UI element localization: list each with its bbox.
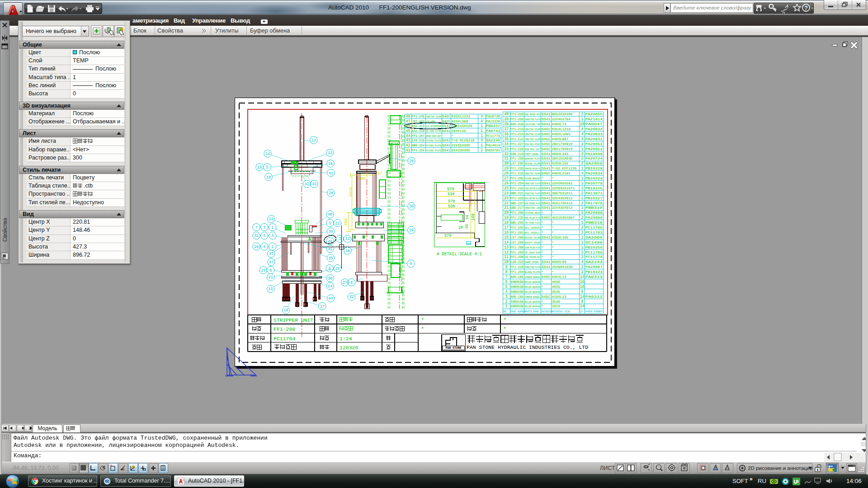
svg-text:PB10223: PB10223 bbox=[585, 270, 603, 274]
svg-text:22X505X581: 22X505X581 bbox=[552, 182, 573, 185]
svg-text:25: 25 bbox=[335, 267, 340, 271]
svg-text:ROLLER BEARING: ROLLER BEARING bbox=[525, 305, 541, 308]
svg-text:SNAP RING: SNAP RING bbox=[525, 261, 539, 264]
svg-text:PA9312: PA9312 bbox=[585, 295, 603, 299]
svg-text:14: 14 bbox=[580, 295, 585, 299]
svg-text:TOP COVER PLATE: TOP COVER PLATE bbox=[525, 222, 541, 225]
svg-text:SA2240: SA2240 bbox=[486, 139, 500, 142]
svg-text:*: * bbox=[542, 300, 544, 304]
svg-text:T=32 EFF1235: T=32 EFF1235 bbox=[552, 167, 576, 170]
svg-text:CONECTING LINE: CONECTING LINE bbox=[525, 207, 541, 210]
svg-text:PA9313: PA9313 bbox=[585, 275, 603, 279]
svg-text:40B0269: 40B0269 bbox=[510, 290, 524, 294]
svg-text:PC11768: PC11768 bbox=[585, 251, 603, 254]
svg-text:6: 6 bbox=[263, 245, 265, 249]
svg-text:37: 37 bbox=[269, 252, 274, 256]
svg-text:A00-218: A00-218 bbox=[510, 122, 524, 126]
svg-text:30: 30 bbox=[328, 277, 332, 281]
svg-text:44: 44 bbox=[406, 134, 410, 138]
svg-text:GS6-213: GS6-213 bbox=[510, 152, 524, 156]
svg-text:35: 35 bbox=[328, 256, 333, 261]
svg-text:FF1-200: FF1-200 bbox=[274, 326, 295, 332]
svg-text:PB10224: PB10224 bbox=[585, 177, 603, 180]
svg-text:2: 2 bbox=[581, 112, 583, 117]
svg-text:FF1-214: FF1-214 bbox=[510, 132, 524, 136]
svg-text:SC1489: SC1489 bbox=[585, 241, 603, 244]
svg-text:2: 2 bbox=[505, 300, 507, 304]
svg-text:CONECTING PLATE: CONECTING PLATE bbox=[525, 266, 541, 269]
svg-text:*: * bbox=[552, 231, 553, 235]
svg-text:1: 1 bbox=[581, 176, 583, 181]
svg-text:LU STOPPER: LU STOPPER bbox=[426, 125, 442, 128]
svg-text:ROLLER BEARING: ROLLER BEARING bbox=[525, 286, 541, 289]
svg-text:ROLLER BEARING: ROLLER BEARING bbox=[525, 301, 541, 304]
svg-text:30: 30 bbox=[504, 161, 509, 166]
svg-text:1: 1 bbox=[581, 117, 583, 122]
svg-text:8: 8 bbox=[581, 290, 583, 294]
svg-text:2: 2 bbox=[481, 148, 483, 153]
svg-text:#35XL1218: #35XL1218 bbox=[552, 127, 570, 131]
svg-text:12: 12 bbox=[504, 250, 509, 255]
svg-text:CONECTING COLUMN: CONECTING COLUMN bbox=[525, 173, 541, 175]
svg-text:FF1-204: FF1-204 bbox=[510, 270, 524, 274]
svg-text:28: 28 bbox=[504, 171, 509, 176]
svg-text:21: 21 bbox=[504, 206, 509, 210]
svg-text:2: 2 bbox=[581, 225, 583, 230]
svg-text:10: 10 bbox=[504, 260, 509, 264]
svg-text:21: 21 bbox=[269, 275, 273, 280]
svg-text:4: 4 bbox=[581, 137, 583, 141]
svg-text:PAN STONE HYDRAULIC INDUSTRIES: PAN STONE HYDRAULIC INDUSTRIES CO., LTD bbox=[467, 344, 588, 350]
svg-text:3535: 3535 bbox=[552, 290, 560, 294]
svg-text:A00-184: A00-184 bbox=[510, 295, 524, 299]
svg-text:2: 2 bbox=[581, 235, 583, 240]
svg-text:18: 18 bbox=[504, 221, 509, 225]
svg-text:22: 22 bbox=[504, 201, 509, 206]
svg-text:1: 1 bbox=[581, 255, 583, 259]
svg-text:SPARKING MOVING PL: SPARKING MOVING PL bbox=[525, 168, 541, 170]
svg-text:31: 31 bbox=[254, 234, 259, 238]
svg-text:PC11770: PC11770 bbox=[585, 255, 603, 259]
svg-text:42: 42 bbox=[305, 182, 309, 187]
svg-text:*: * bbox=[552, 270, 553, 274]
svg-text:PA0743: PA0743 bbox=[486, 129, 500, 133]
svg-text:PA20686: PA20686 bbox=[585, 211, 603, 215]
svg-text:15: 15 bbox=[504, 235, 509, 240]
svg-text:20: 20 bbox=[409, 159, 414, 164]
svg-text:BUSHING PLATE: BUSHING PLATE bbox=[525, 158, 541, 160]
svg-text:STRIPPER UNIT: STRIPPER UNIT bbox=[274, 317, 313, 323]
svg-text:CONECTING COLUMN: CONECTING COLUMN bbox=[525, 133, 541, 136]
svg-text:FF1-254: FF1-254 bbox=[510, 182, 524, 185]
svg-text:S45C: S45C bbox=[542, 142, 551, 146]
svg-text:9: 9 bbox=[505, 265, 507, 269]
svg-text:34: 34 bbox=[465, 215, 470, 220]
svg-text:SAFETY COVER: SAFETY COVER bbox=[525, 242, 541, 244]
svg-text:WALL COVER(R): WALL COVER(R) bbox=[525, 227, 541, 230]
svg-text:57: 57 bbox=[377, 171, 382, 176]
svg-text:16: 16 bbox=[504, 230, 509, 235]
svg-text:4: 4 bbox=[481, 114, 483, 119]
svg-text:COVER FIXING PLATE: COVER FIXING PLATE bbox=[525, 247, 541, 249]
svg-text:*: * bbox=[542, 270, 544, 274]
svg-text:FF1-245: FF1-245 bbox=[412, 115, 425, 118]
svg-text:31: 31 bbox=[504, 156, 509, 161]
svg-text:FF1-208: FF1-208 bbox=[510, 211, 524, 215]
svg-text:5: 5 bbox=[263, 234, 265, 238]
svg-text:*: * bbox=[542, 305, 544, 308]
svg-text:42: 42 bbox=[406, 143, 410, 148]
svg-text:SS41: SS41 bbox=[542, 122, 551, 126]
svg-text:PBB318: PBB318 bbox=[585, 221, 603, 225]
svg-text:PA13320: PA13320 bbox=[486, 120, 500, 123]
svg-text:25X33X305: 25X33X305 bbox=[452, 149, 470, 152]
svg-text:FF1-226: FF1-226 bbox=[510, 147, 524, 151]
svg-text:PARTS NAME: PARTS NAME bbox=[525, 310, 539, 313]
svg-text:PA14014: PA14014 bbox=[486, 144, 500, 147]
svg-text:35: 35 bbox=[504, 137, 509, 141]
svg-text:PA20697: PA20697 bbox=[585, 265, 603, 269]
svg-text:56: 56 bbox=[465, 224, 469, 229]
svg-text:PA20634: PA20634 bbox=[585, 172, 603, 175]
svg-text:S45C: S45C bbox=[542, 137, 551, 141]
svg-text:*: * bbox=[452, 134, 453, 138]
svg-text:SS41: SS41 bbox=[442, 139, 450, 142]
svg-text:*: * bbox=[503, 317, 506, 324]
svg-text:46: 46 bbox=[328, 239, 332, 244]
